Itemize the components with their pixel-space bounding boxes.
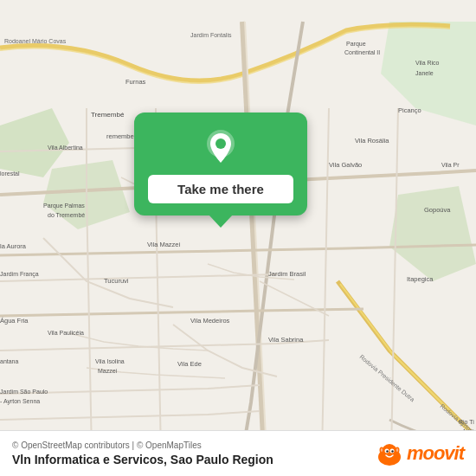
svg-text:Vila Pr: Vila Pr xyxy=(441,162,460,168)
moovit-logo: moovit xyxy=(376,440,464,467)
svg-text:Furnas: Furnas xyxy=(125,78,146,86)
svg-text:Vila Paulicéia: Vila Paulicéia xyxy=(48,330,84,336)
svg-point-54 xyxy=(381,448,383,452)
svg-text:Picanço: Picanço xyxy=(398,106,421,114)
svg-text:Parque Palmas: Parque Palmas xyxy=(43,203,85,209)
svg-text:antana: antana xyxy=(0,358,19,364)
svg-text:Vila Rosália: Vila Rosália xyxy=(355,137,389,145)
svg-text:Gopoúva: Gopoúva xyxy=(424,206,451,214)
map-roads: Rodoanel Mário Covas Jardim Fontalis Par… xyxy=(0,0,476,476)
svg-point-45 xyxy=(215,138,226,149)
svg-text:Rodoanel Mário Covas: Rodoanel Mário Covas xyxy=(4,38,67,44)
svg-point-51 xyxy=(391,450,393,452)
svg-point-50 xyxy=(386,450,388,452)
map-attribution: © OpenStreetMap contributors | © OpenMap… xyxy=(12,441,273,450)
place-name: Vln Informatica e Servicos, Sao Paulo Re… xyxy=(12,453,273,466)
svg-text:Jardim Fontalis: Jardim Fontalis xyxy=(190,32,232,38)
svg-text:do Tremembé: do Tremembé xyxy=(48,212,85,218)
svg-text:Vila Albertina: Vila Albertina xyxy=(48,145,83,151)
svg-text:Parque: Parque xyxy=(346,41,366,48)
bottom-bar: © OpenStreetMap contributors | © OpenMap… xyxy=(0,430,476,476)
svg-text:Vila Sabrina: Vila Sabrina xyxy=(268,336,304,344)
svg-text:remembe: remembe xyxy=(106,132,134,140)
svg-text:Vila Mazzei: Vila Mazzei xyxy=(147,241,181,248)
svg-text:Vila Isolina: Vila Isolina xyxy=(95,358,125,364)
svg-text:la Aurora: la Aurora xyxy=(0,242,27,250)
svg-text:Jardim França: Jardim França xyxy=(0,271,39,278)
svg-point-55 xyxy=(396,448,398,452)
svg-text:lorestal: lorestal xyxy=(0,170,20,177)
pin-icon xyxy=(202,128,240,166)
svg-text:Continental II: Continental II xyxy=(344,49,380,55)
svg-text:Vila Galvão: Vila Galvão xyxy=(329,161,362,169)
location-popup: Take me there xyxy=(134,113,307,215)
bottom-info: © OpenStreetMap contributors | © OpenMap… xyxy=(12,441,273,466)
svg-text:Vila Ede: Vila Ede xyxy=(177,360,202,368)
take-me-there-button[interactable]: Take me there xyxy=(148,175,293,203)
svg-text:Itapegica: Itapegica xyxy=(407,275,434,283)
svg-text:Água Fria: Água Fria xyxy=(0,317,29,325)
moovit-text-logo: moovit xyxy=(407,442,464,465)
svg-text:Vila Rico: Vila Rico xyxy=(415,60,440,66)
map-container: Rodoanel Mário Covas Jardim Fontalis Par… xyxy=(0,0,476,476)
svg-text:Mazzei: Mazzei xyxy=(98,368,118,374)
moovit-mascot-icon xyxy=(376,440,403,467)
svg-text:- Ayrton Senna: - Ayrton Senna xyxy=(0,398,40,405)
svg-text:Jardim Brasil: Jardim Brasil xyxy=(268,270,306,278)
svg-text:Janele: Janele xyxy=(415,70,434,76)
svg-text:Rio Ti: Rio Ti xyxy=(459,419,474,425)
svg-text:Jardim São Paulo: Jardim São Paulo xyxy=(0,389,48,395)
svg-text:Tremembé: Tremembé xyxy=(91,111,125,119)
svg-text:Tucuruvi: Tucuruvi xyxy=(104,277,129,285)
svg-text:Vila Medeiros: Vila Medeiros xyxy=(190,317,230,325)
